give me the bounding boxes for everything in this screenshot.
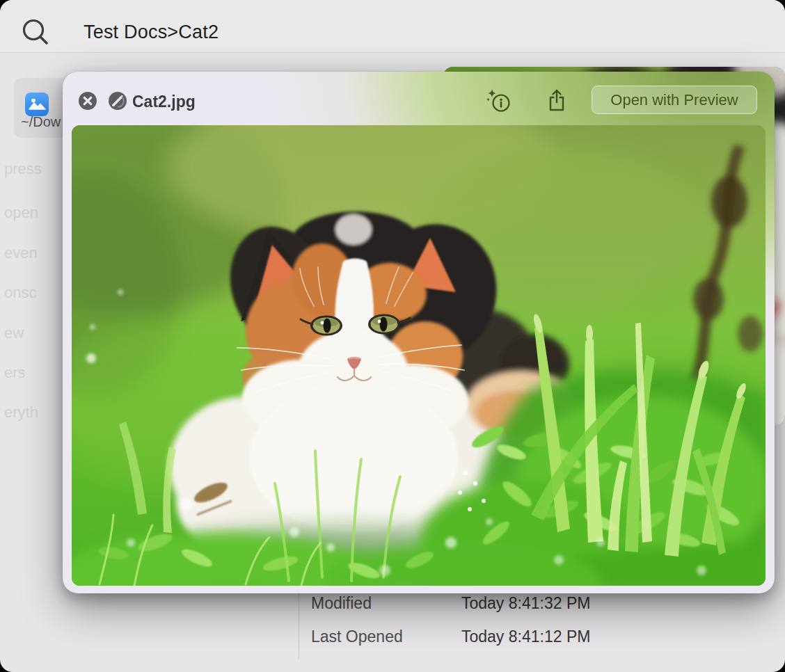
open-with-preview-button[interactable]: Open with Preview	[592, 86, 757, 114]
search-input[interactable]: Test Docs>Cat2	[0, 0, 785, 53]
metadata-label: Last Opened	[311, 627, 403, 646]
metadata-value: Today 8:41:12 PM	[461, 627, 590, 646]
ghost-result-row: even	[4, 244, 38, 262]
summarize-info-button[interactable]	[486, 88, 514, 115]
ghost-result-row: ew	[4, 324, 24, 342]
ghost-result-row: onsc	[4, 284, 36, 302]
spotlight-window: Test Docs>Cat2 press open even onsc ew e…	[0, 0, 785, 672]
ghost-result-row: open	[4, 204, 38, 222]
ghost-result-row: press	[4, 160, 42, 178]
ghost-result-row: eryth	[4, 403, 38, 422]
share-icon	[546, 87, 568, 115]
ghost-result-row: ers	[4, 364, 26, 382]
metadata-divider	[299, 592, 299, 659]
popup-title: Cat2.jpg	[132, 93, 196, 111]
slash-circle-icon	[109, 92, 127, 110]
cat-photo	[72, 125, 766, 586]
metadata-value: Today 8:41:32 PM	[461, 594, 590, 613]
block-button[interactable]	[109, 92, 127, 110]
selected-result-path: ~/Dow	[21, 114, 61, 130]
search-icon	[19, 17, 50, 47]
quick-look-popup: Cat2.jpg Open with Preview	[63, 72, 775, 593]
info-sparkle-icon	[486, 88, 514, 115]
metadata-label: Modified	[311, 594, 372, 613]
close-button[interactable]	[79, 92, 97, 110]
x-circle-icon	[79, 92, 97, 110]
search-query-text: Test Docs>Cat2	[84, 22, 219, 43]
share-button[interactable]	[546, 87, 568, 115]
image-file-icon	[25, 93, 49, 116]
cat-photo-illustration	[72, 125, 766, 586]
